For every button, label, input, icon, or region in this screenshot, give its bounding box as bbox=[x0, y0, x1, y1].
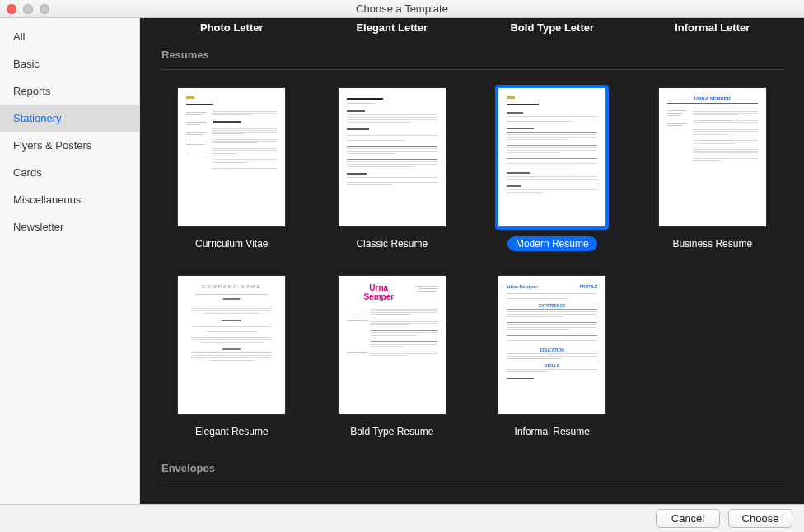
template-modern-resume[interactable]: Modern Resume bbox=[480, 85, 624, 251]
template-thumbnail: URNA SEMPER bbox=[659, 88, 766, 226]
body: All Basic Reports Stationery Flyers & Po… bbox=[0, 18, 804, 504]
section-header-resumes: Resumes bbox=[161, 49, 783, 61]
cancel-button[interactable]: Cancel bbox=[656, 509, 720, 528]
template-thumbnail: Urna Semper PROFILE EXPERIENCE bbox=[498, 276, 605, 414]
template-gallery[interactable]: Photo Letter Elegant Letter Bold Type Le… bbox=[140, 18, 804, 504]
boldtype-name: Urna Semper bbox=[347, 284, 411, 301]
template-thumbnail: Urna Semper bbox=[339, 276, 446, 414]
sidebar-item-newsletter[interactable]: Newsletter bbox=[0, 213, 139, 240]
template-classic-resume[interactable]: Classic Resume bbox=[320, 85, 465, 251]
sidebar-item-stationery[interactable]: Stationery bbox=[0, 105, 139, 132]
sidebar-item-basic[interactable]: Basic bbox=[0, 50, 139, 77]
template-business-resume[interactable]: URNA SEMPER bbox=[641, 85, 785, 251]
template-thumbnail bbox=[178, 88, 285, 226]
sidebar-item-cards[interactable]: Cards bbox=[0, 159, 139, 186]
choose-button[interactable]: Choose bbox=[728, 509, 792, 528]
resumes-grid: Curriculum Vitae bbox=[160, 85, 784, 439]
sidebar-item-miscellaneous[interactable]: Miscellaneous bbox=[0, 186, 139, 213]
titlebar: Choose a Template bbox=[0, 0, 804, 18]
sidebar: All Basic Reports Stationery Flyers & Po… bbox=[0, 18, 140, 504]
template-label: Informal Letter bbox=[641, 21, 785, 34]
template-label: Modern Resume bbox=[507, 236, 597, 251]
template-label: Elegant Resume bbox=[187, 424, 277, 439]
window-title: Choose a Template bbox=[0, 2, 804, 15]
template-label: Classic Resume bbox=[348, 236, 436, 251]
letters-row-cutoff: Photo Letter Elegant Letter Bold Type Le… bbox=[160, 18, 784, 34]
template-curriculum-vitae[interactable]: Curriculum Vitae bbox=[160, 85, 304, 251]
template-label: Curriculum Vitae bbox=[187, 236, 276, 251]
template-label: Elegant Letter bbox=[320, 21, 465, 34]
maximize-icon bbox=[40, 4, 49, 14]
footer: Cancel Choose bbox=[0, 504, 804, 532]
template-thumbnail: COMPANY NAME bbox=[178, 276, 285, 414]
template-thumbnail bbox=[339, 88, 446, 226]
sidebar-item-reports[interactable]: Reports bbox=[0, 77, 139, 105]
sidebar-item-flyers-posters[interactable]: Flyers & Posters bbox=[0, 132, 139, 159]
section-header-envelopes: Envelopes bbox=[161, 462, 783, 474]
template-label: Business Resume bbox=[664, 236, 760, 251]
template-elegant-resume[interactable]: COMPANY NAME Elegant Re bbox=[160, 273, 304, 439]
template-bold-type-resume[interactable]: Urna Semper bbox=[320, 273, 465, 439]
traffic-lights bbox=[7, 4, 49, 14]
close-icon[interactable] bbox=[7, 4, 16, 14]
divider bbox=[160, 483, 784, 483]
template-informal-resume[interactable]: Urna Semper PROFILE EXPERIENCE bbox=[480, 273, 624, 439]
template-label: Photo Letter bbox=[160, 21, 304, 34]
template-label: Informal Resume bbox=[507, 424, 598, 439]
sidebar-item-all[interactable]: All bbox=[0, 23, 139, 50]
template-label: Bold Type Letter bbox=[480, 21, 624, 34]
divider bbox=[160, 69, 784, 70]
template-thumbnail bbox=[498, 88, 605, 226]
minimize-icon bbox=[23, 4, 33, 14]
template-label: Bold Type Resume bbox=[342, 424, 442, 439]
